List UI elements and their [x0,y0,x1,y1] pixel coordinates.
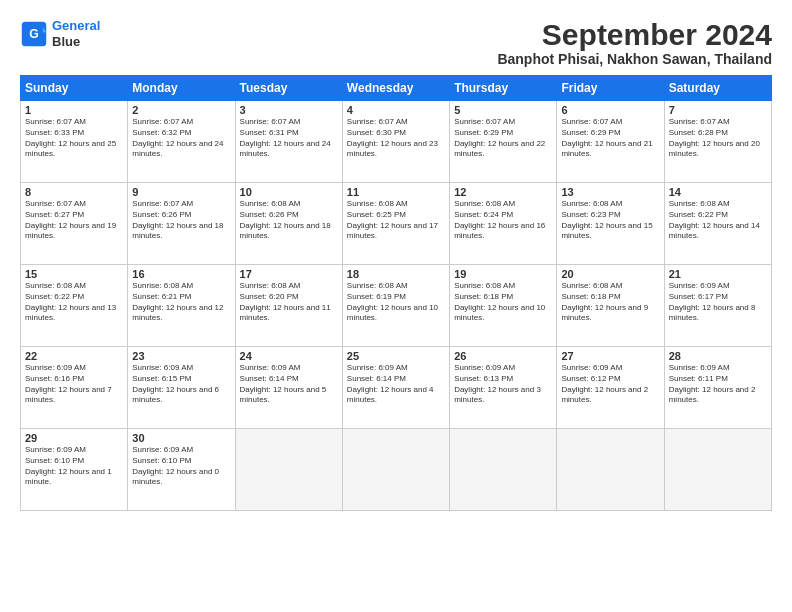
table-cell [557,429,664,511]
table-cell: 30 Sunrise: 6:09 AMSunset: 6:10 PMDaylig… [128,429,235,511]
logo-icon: G [20,20,48,48]
day-number: 17 [240,268,338,280]
day-number: 15 [25,268,123,280]
day-number: 25 [347,350,445,362]
day-number: 7 [669,104,767,116]
table-cell: 11 Sunrise: 6:08 AMSunset: 6:25 PMDaylig… [342,183,449,265]
table-cell: 6 Sunrise: 6:07 AMSunset: 6:29 PMDayligh… [557,101,664,183]
logo: G General Blue [20,18,100,49]
table-cell: 23 Sunrise: 6:09 AMSunset: 6:15 PMDaylig… [128,347,235,429]
day-number: 11 [347,186,445,198]
day-number: 20 [561,268,659,280]
day-info: Sunrise: 6:08 AMSunset: 6:23 PMDaylight:… [561,199,659,242]
table-cell: 19 Sunrise: 6:08 AMSunset: 6:18 PMDaylig… [450,265,557,347]
day-number: 22 [25,350,123,362]
col-monday: Monday [128,76,235,101]
day-info: Sunrise: 6:09 AMSunset: 6:10 PMDaylight:… [132,445,230,488]
table-cell: 12 Sunrise: 6:08 AMSunset: 6:24 PMDaylig… [450,183,557,265]
day-info: Sunrise: 6:09 AMSunset: 6:14 PMDaylight:… [240,363,338,406]
calendar-page: G General Blue September 2024 Banphot Ph… [0,0,792,612]
day-info: Sunrise: 6:07 AMSunset: 6:33 PMDaylight:… [25,117,123,160]
col-sunday: Sunday [21,76,128,101]
day-info: Sunrise: 6:09 AMSunset: 6:10 PMDaylight:… [25,445,123,488]
day-number: 28 [669,350,767,362]
day-number: 24 [240,350,338,362]
month-title: September 2024 [497,18,772,51]
day-number: 5 [454,104,552,116]
col-wednesday: Wednesday [342,76,449,101]
table-cell [450,429,557,511]
table-cell: 22 Sunrise: 6:09 AMSunset: 6:16 PMDaylig… [21,347,128,429]
day-number: 23 [132,350,230,362]
day-info: Sunrise: 6:07 AMSunset: 6:26 PMDaylight:… [132,199,230,242]
day-info: Sunrise: 6:09 AMSunset: 6:12 PMDaylight:… [561,363,659,406]
day-number: 29 [25,432,123,444]
day-info: Sunrise: 6:09 AMSunset: 6:14 PMDaylight:… [347,363,445,406]
svg-text:G: G [29,26,39,40]
table-row: 29 Sunrise: 6:09 AMSunset: 6:10 PMDaylig… [21,429,772,511]
day-number: 9 [132,186,230,198]
day-info: Sunrise: 6:09 AMSunset: 6:15 PMDaylight:… [132,363,230,406]
table-cell: 8 Sunrise: 6:07 AMSunset: 6:27 PMDayligh… [21,183,128,265]
logo-line1: General [52,18,100,33]
table-cell: 18 Sunrise: 6:08 AMSunset: 6:19 PMDaylig… [342,265,449,347]
title-section: September 2024 Banphot Phisai, Nakhon Sa… [497,18,772,67]
day-info: Sunrise: 6:07 AMSunset: 6:31 PMDaylight:… [240,117,338,160]
table-row: 15 Sunrise: 6:08 AMSunset: 6:22 PMDaylig… [21,265,772,347]
day-info: Sunrise: 6:07 AMSunset: 6:30 PMDaylight:… [347,117,445,160]
day-info: Sunrise: 6:07 AMSunset: 6:27 PMDaylight:… [25,199,123,242]
header-row: Sunday Monday Tuesday Wednesday Thursday… [21,76,772,101]
table-cell: 9 Sunrise: 6:07 AMSunset: 6:26 PMDayligh… [128,183,235,265]
day-number: 27 [561,350,659,362]
table-cell: 3 Sunrise: 6:07 AMSunset: 6:31 PMDayligh… [235,101,342,183]
day-number: 18 [347,268,445,280]
day-info: Sunrise: 6:08 AMSunset: 6:19 PMDaylight:… [347,281,445,324]
day-info: Sunrise: 6:08 AMSunset: 6:18 PMDaylight:… [561,281,659,324]
day-info: Sunrise: 6:09 AMSunset: 6:17 PMDaylight:… [669,281,767,324]
day-info: Sunrise: 6:09 AMSunset: 6:16 PMDaylight:… [25,363,123,406]
day-info: Sunrise: 6:09 AMSunset: 6:13 PMDaylight:… [454,363,552,406]
day-info: Sunrise: 6:08 AMSunset: 6:18 PMDaylight:… [454,281,552,324]
day-number: 19 [454,268,552,280]
day-number: 4 [347,104,445,116]
table-cell: 13 Sunrise: 6:08 AMSunset: 6:23 PMDaylig… [557,183,664,265]
table-cell: 14 Sunrise: 6:08 AMSunset: 6:22 PMDaylig… [664,183,771,265]
day-info: Sunrise: 6:08 AMSunset: 6:22 PMDaylight:… [25,281,123,324]
table-cell: 26 Sunrise: 6:09 AMSunset: 6:13 PMDaylig… [450,347,557,429]
day-number: 6 [561,104,659,116]
day-info: Sunrise: 6:08 AMSunset: 6:25 PMDaylight:… [347,199,445,242]
table-row: 8 Sunrise: 6:07 AMSunset: 6:27 PMDayligh… [21,183,772,265]
col-tuesday: Tuesday [235,76,342,101]
header: G General Blue September 2024 Banphot Ph… [20,18,772,67]
day-number: 30 [132,432,230,444]
table-row: 22 Sunrise: 6:09 AMSunset: 6:16 PMDaylig… [21,347,772,429]
table-cell: 1 Sunrise: 6:07 AMSunset: 6:33 PMDayligh… [21,101,128,183]
col-saturday: Saturday [664,76,771,101]
table-cell: 7 Sunrise: 6:07 AMSunset: 6:28 PMDayligh… [664,101,771,183]
day-info: Sunrise: 6:09 AMSunset: 6:11 PMDaylight:… [669,363,767,406]
table-cell: 21 Sunrise: 6:09 AMSunset: 6:17 PMDaylig… [664,265,771,347]
day-info: Sunrise: 6:08 AMSunset: 6:22 PMDaylight:… [669,199,767,242]
table-cell: 25 Sunrise: 6:09 AMSunset: 6:14 PMDaylig… [342,347,449,429]
col-friday: Friday [557,76,664,101]
col-thursday: Thursday [450,76,557,101]
logo-text: General Blue [52,18,100,49]
table-cell: 28 Sunrise: 6:09 AMSunset: 6:11 PMDaylig… [664,347,771,429]
day-number: 12 [454,186,552,198]
table-cell: 16 Sunrise: 6:08 AMSunset: 6:21 PMDaylig… [128,265,235,347]
table-cell: 4 Sunrise: 6:07 AMSunset: 6:30 PMDayligh… [342,101,449,183]
day-info: Sunrise: 6:07 AMSunset: 6:29 PMDaylight:… [454,117,552,160]
table-cell: 5 Sunrise: 6:07 AMSunset: 6:29 PMDayligh… [450,101,557,183]
day-number: 10 [240,186,338,198]
table-cell: 20 Sunrise: 6:08 AMSunset: 6:18 PMDaylig… [557,265,664,347]
day-info: Sunrise: 6:08 AMSunset: 6:24 PMDaylight:… [454,199,552,242]
day-number: 13 [561,186,659,198]
logo-line2: Blue [52,34,100,50]
day-info: Sunrise: 6:07 AMSunset: 6:29 PMDaylight:… [561,117,659,160]
day-number: 16 [132,268,230,280]
table-cell: 15 Sunrise: 6:08 AMSunset: 6:22 PMDaylig… [21,265,128,347]
table-cell: 10 Sunrise: 6:08 AMSunset: 6:26 PMDaylig… [235,183,342,265]
calendar-table: Sunday Monday Tuesday Wednesday Thursday… [20,75,772,511]
location-title: Banphot Phisai, Nakhon Sawan, Thailand [497,51,772,67]
table-cell: 2 Sunrise: 6:07 AMSunset: 6:32 PMDayligh… [128,101,235,183]
